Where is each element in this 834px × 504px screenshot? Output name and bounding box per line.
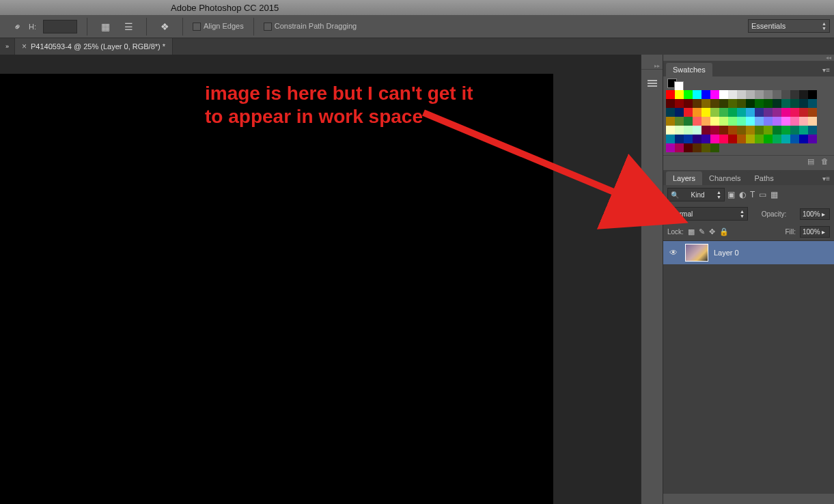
swatch-cell[interactable] bbox=[755, 126, 764, 135]
swatch-cell[interactable] bbox=[790, 135, 799, 143]
swatch-cell[interactable] bbox=[728, 108, 737, 117]
fill-field[interactable]: 100% ▸ bbox=[800, 226, 830, 238]
swatch-grid[interactable] bbox=[663, 90, 822, 155]
swatch-cell[interactable] bbox=[737, 126, 746, 135]
swatch-cell[interactable] bbox=[675, 108, 684, 117]
swatch-cell[interactable] bbox=[693, 126, 701, 135]
swatch-cell[interactable] bbox=[675, 126, 684, 135]
swatch-cell[interactable] bbox=[675, 143, 684, 152]
swatch-cell[interactable] bbox=[755, 108, 764, 117]
swatch-cell[interactable] bbox=[710, 143, 719, 152]
swatch-cell[interactable] bbox=[790, 90, 799, 99]
swatch-cell[interactable] bbox=[675, 117, 684, 126]
link-icon[interactable]: ⚭ bbox=[11, 20, 25, 33]
swatch-cell[interactable] bbox=[719, 108, 728, 117]
swatch-cell[interactable] bbox=[728, 90, 737, 99]
panel-menu-icon[interactable]: ▾≡ bbox=[818, 172, 834, 185]
swatch-cell[interactable] bbox=[710, 126, 719, 135]
swatch-cell[interactable] bbox=[755, 135, 764, 143]
swatch-cell[interactable] bbox=[666, 117, 675, 126]
swatch-cell[interactable] bbox=[719, 90, 728, 99]
opacity-field[interactable]: 100% ▸ bbox=[800, 208, 830, 220]
lock-transparent-icon[interactable]: ▩ bbox=[688, 227, 695, 236]
swatch-cell[interactable] bbox=[790, 108, 799, 117]
swatch-cell[interactable] bbox=[693, 143, 701, 152]
swatch-cell[interactable] bbox=[666, 90, 675, 99]
swatch-cell[interactable] bbox=[728, 126, 737, 135]
swatch-cell[interactable] bbox=[710, 117, 719, 126]
blend-mode-dropdown[interactable]: Normal▲▼ bbox=[667, 207, 748, 221]
swatch-cell[interactable] bbox=[764, 117, 773, 126]
swatch-cell[interactable] bbox=[710, 108, 719, 117]
swatch-cell[interactable] bbox=[666, 143, 675, 152]
swatch-cell[interactable] bbox=[799, 117, 808, 126]
background-swatch[interactable] bbox=[674, 81, 684, 91]
swatch-cell[interactable] bbox=[755, 90, 764, 99]
swatch-cell[interactable] bbox=[764, 99, 773, 108]
swatch-cell[interactable] bbox=[790, 99, 799, 108]
tab-paths[interactable]: Paths bbox=[748, 171, 781, 185]
swatch-cell[interactable] bbox=[773, 117, 781, 126]
filter-kind-dropdown[interactable]: 🔍Kind▲▼ bbox=[667, 188, 725, 201]
swatch-cell[interactable] bbox=[719, 99, 728, 108]
swatch-cell[interactable] bbox=[710, 135, 719, 143]
visibility-eye-icon[interactable]: 👁 bbox=[667, 248, 680, 257]
swatch-cell[interactable] bbox=[781, 135, 790, 143]
fg-bg-swatches[interactable] bbox=[663, 76, 834, 90]
swatch-cell[interactable] bbox=[781, 108, 790, 117]
swatch-cell[interactable] bbox=[684, 117, 693, 126]
swatch-cell[interactable] bbox=[693, 117, 701, 126]
swatch-cell[interactable] bbox=[808, 117, 817, 126]
swatch-cell[interactable] bbox=[701, 90, 710, 99]
swatch-cell[interactable] bbox=[799, 99, 808, 108]
filter-smart-icon[interactable]: ▦ bbox=[770, 190, 778, 199]
swatch-cell[interactable] bbox=[808, 108, 817, 117]
align-edges-checkbox[interactable]: Align Edges bbox=[193, 22, 244, 31]
swatch-cell[interactable] bbox=[701, 117, 710, 126]
layer-row[interactable]: 👁 Layer 0 bbox=[663, 241, 834, 264]
swatch-cell[interactable] bbox=[764, 108, 773, 117]
delete-swatch-icon[interactable]: 🗑 bbox=[821, 157, 829, 167]
swatch-cell[interactable] bbox=[808, 90, 817, 99]
swatch-cell[interactable] bbox=[799, 126, 808, 135]
swatch-cell[interactable] bbox=[808, 126, 817, 135]
arrange-icon[interactable]: ❖ bbox=[156, 18, 173, 35]
filter-type-icon[interactable]: T bbox=[750, 190, 755, 199]
swatch-cell[interactable] bbox=[719, 126, 728, 135]
align-left-icon[interactable]: ▦ bbox=[97, 18, 113, 35]
swatch-cell[interactable] bbox=[773, 90, 781, 99]
swatch-cell[interactable] bbox=[684, 90, 693, 99]
document-tab[interactable]: × P4140593-4 @ 25% (Layer 0, RGB/8*) * bbox=[15, 38, 173, 55]
swatch-cell[interactable] bbox=[790, 117, 799, 126]
swatch-cell[interactable] bbox=[799, 135, 808, 143]
layer-name-label[interactable]: Layer 0 bbox=[714, 249, 739, 257]
swatch-cell[interactable] bbox=[764, 90, 773, 99]
swatch-cell[interactable] bbox=[701, 99, 710, 108]
document-canvas[interactable] bbox=[0, 74, 553, 504]
height-field[interactable] bbox=[43, 20, 77, 33]
lock-position-icon[interactable]: ✥ bbox=[709, 227, 715, 236]
swatch-cell[interactable] bbox=[737, 108, 746, 117]
swatch-cell[interactable] bbox=[746, 99, 755, 108]
swatch-cell[interactable] bbox=[746, 108, 755, 117]
constrain-path-checkbox[interactable]: Constrain Path Dragging bbox=[264, 22, 357, 31]
swatch-cell[interactable] bbox=[773, 99, 781, 108]
swatch-cell[interactable] bbox=[701, 135, 710, 143]
swatch-cell[interactable] bbox=[764, 135, 773, 143]
swatch-cell[interactable] bbox=[781, 90, 790, 99]
swatch-cell[interactable] bbox=[675, 135, 684, 143]
swatch-cell[interactable] bbox=[728, 99, 737, 108]
swatch-cell[interactable] bbox=[666, 135, 675, 143]
swatch-cell[interactable] bbox=[675, 90, 684, 99]
swatch-cell[interactable] bbox=[790, 126, 799, 135]
swatch-cell[interactable] bbox=[666, 99, 675, 108]
swatch-cell[interactable] bbox=[666, 108, 675, 117]
swatch-cell[interactable] bbox=[701, 108, 710, 117]
swatch-cell[interactable] bbox=[684, 99, 693, 108]
swatch-cell[interactable] bbox=[719, 117, 728, 126]
swatch-cell[interactable] bbox=[808, 99, 817, 108]
swatch-cell[interactable] bbox=[773, 108, 781, 117]
swatch-cell[interactable] bbox=[684, 108, 693, 117]
swatch-cell[interactable] bbox=[710, 99, 719, 108]
align-center-icon[interactable]: ☰ bbox=[120, 18, 137, 35]
